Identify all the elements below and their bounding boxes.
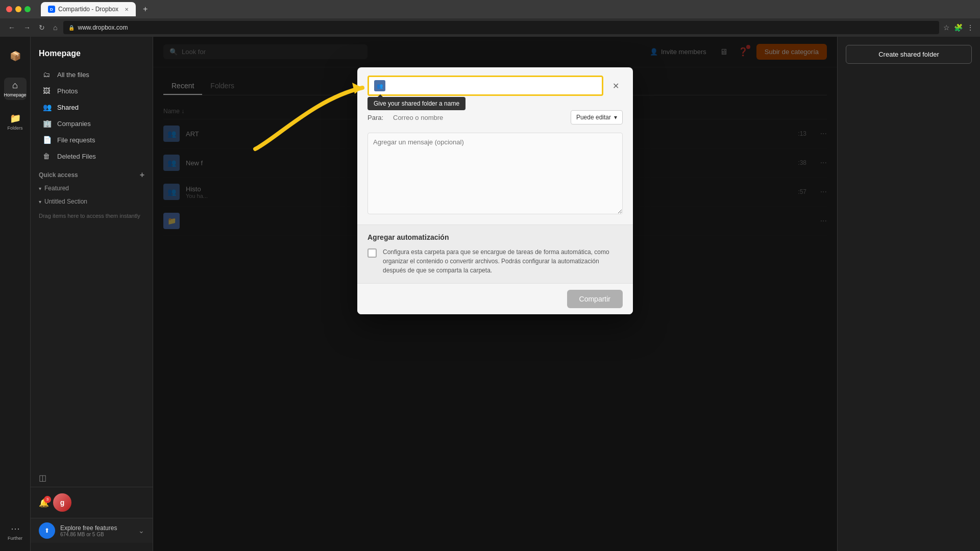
file-requests-icon: 📄 bbox=[43, 136, 52, 144]
explore-text-group: Explore free features 674.86 MB or 5 GB bbox=[60, 524, 117, 537]
bottom-sidebar: ◫ 🔔 3 g ⬆ Explore free features 674.86 M… bbox=[31, 469, 153, 543]
reload-button[interactable]: ↻ bbox=[37, 22, 47, 33]
browser-tab[interactable]: D Compartido - Dropbox ✕ bbox=[41, 2, 136, 16]
user-avatar[interactable]: g bbox=[53, 493, 71, 512]
create-shared-folder-button[interactable]: Create shared folder bbox=[846, 45, 972, 64]
untitled-section-label: Untitled Section bbox=[44, 198, 87, 205]
permissions-label: Puede editar bbox=[576, 114, 611, 121]
sidebar-further-icon[interactable]: ⋯ Further bbox=[4, 520, 27, 543]
browser-chrome: D Compartido - Dropbox ✕ + ← → ↻ ⌂ 🔒 www… bbox=[0, 0, 980, 37]
modal-overlay: 👥 ✕ Give your shared folder a name Para:… bbox=[153, 37, 837, 551]
sidebar-item-file-requests[interactable]: 📄 File requests bbox=[35, 132, 149, 148]
notifications-button[interactable]: 🔔 3 bbox=[39, 498, 49, 508]
sidebar-home-icon[interactable]: ⌂ Homepage bbox=[4, 78, 27, 100]
new-tab-button[interactable]: + bbox=[143, 5, 148, 14]
featured-label: Featured bbox=[44, 185, 69, 192]
companies-label: Companies bbox=[57, 120, 91, 128]
sidebar-item-photos[interactable]: 🖼 Photos bbox=[35, 83, 149, 99]
sidebar-icons: 📦 ⌂ Homepage 📁 Folders ⋯ Further bbox=[0, 37, 31, 551]
further-icon: ⋯ bbox=[11, 523, 20, 534]
folders-label: Folders bbox=[7, 126, 22, 131]
quick-access-add-button[interactable]: + bbox=[140, 170, 144, 180]
para-row: Para: Puede editar ▾ bbox=[368, 110, 623, 124]
para-input[interactable] bbox=[393, 114, 566, 121]
modal-automation: Agregar automatización Configura esta ca… bbox=[357, 224, 633, 283]
all-files-icon: 🗂 bbox=[43, 70, 52, 79]
tab-title: Compartido - Dropbox bbox=[58, 6, 118, 13]
message-textarea[interactable] bbox=[368, 133, 623, 214]
quick-access-header: Quick access + bbox=[31, 164, 153, 182]
modal-footer: Compartir bbox=[357, 283, 633, 314]
address-text: www.dropbox.com bbox=[78, 24, 128, 31]
menu-icon[interactable]: ⋮ bbox=[967, 23, 974, 32]
explore-sub: 674.86 MB or 5 GB bbox=[60, 532, 117, 537]
deleted-icon: 🗑 bbox=[43, 152, 52, 160]
featured-caret-icon: ▾ bbox=[39, 186, 41, 191]
folder-name-input-wrap[interactable]: 👥 bbox=[368, 76, 603, 96]
modal-close-button[interactable]: ✕ bbox=[608, 79, 623, 93]
untitled-section-item[interactable]: ▾ Untitled Section bbox=[31, 195, 153, 208]
dropbox-logo[interactable]: 📦 bbox=[4, 45, 27, 67]
automation-check-row: Configura esta carpeta para que se encar… bbox=[368, 247, 623, 275]
modal-body: Para: Puede editar ▾ bbox=[357, 100, 633, 224]
modal-header: 👥 ✕ Give your shared folder a name bbox=[357, 67, 633, 100]
browser-titlebar: D Compartido - Dropbox ✕ + bbox=[0, 0, 980, 18]
sidebar-header: Homepage bbox=[31, 45, 153, 66]
sidebar-item-deleted[interactable]: 🗑 Deleted Files bbox=[35, 148, 149, 164]
tab-favicon: D bbox=[48, 6, 55, 13]
shared-label: Shared bbox=[57, 104, 79, 111]
companies-icon: 🏢 bbox=[43, 119, 52, 128]
share-button[interactable]: Compartir bbox=[567, 290, 623, 308]
drag-placeholder: Drag items here to access them instantly bbox=[31, 208, 153, 224]
further-label: Further bbox=[8, 536, 22, 541]
explore-bar: ⬆ Explore free features 674.86 MB or 5 G… bbox=[31, 518, 153, 543]
explore-chevron-icon[interactable]: ⌄ bbox=[138, 527, 144, 535]
tab-close-button[interactable]: ✕ bbox=[125, 7, 129, 12]
untitled-caret-icon: ▾ bbox=[39, 199, 41, 205]
app-wrapper: 📦 ⌂ Homepage 📁 Folders ⋯ Further Homepag… bbox=[0, 37, 980, 551]
permissions-chevron-icon: ▾ bbox=[614, 114, 617, 121]
forward-button[interactable]: → bbox=[21, 22, 33, 33]
permissions-button[interactable]: Puede editar ▾ bbox=[571, 110, 623, 124]
explore-label: Explore free features bbox=[60, 524, 117, 532]
maximize-window-button[interactable] bbox=[24, 6, 31, 12]
minimize-window-button[interactable] bbox=[15, 6, 21, 12]
file-requests-label: File requests bbox=[57, 136, 95, 144]
traffic-lights bbox=[6, 6, 31, 12]
home-button[interactable]: ⌂ bbox=[51, 22, 59, 33]
back-button[interactable]: ← bbox=[6, 22, 17, 33]
explore-icon: ⬆ bbox=[39, 522, 55, 539]
sidebar-folders-icon[interactable]: 📁 Folders bbox=[4, 110, 27, 133]
folder-icon-small: 👥 bbox=[374, 80, 385, 91]
notification-badge: 3 bbox=[44, 496, 51, 503]
sidebar-item-all-files[interactable]: 🗂 All the files bbox=[35, 66, 149, 83]
shared-icon: 👥 bbox=[43, 103, 52, 111]
folder-name-input[interactable] bbox=[389, 82, 597, 90]
home-label: Homepage bbox=[4, 92, 26, 97]
toolbar-actions: ☆ 🧩 ⋮ bbox=[943, 23, 974, 32]
address-bar[interactable]: 🔒 www.dropbox.com bbox=[63, 21, 939, 34]
browser-toolbar: ← → ↻ ⌂ 🔒 www.dropbox.com ☆ 🧩 ⋮ bbox=[0, 18, 980, 37]
share-folder-modal: 👥 ✕ Give your shared folder a name Para:… bbox=[357, 67, 633, 314]
dropbox-icon: 📦 bbox=[10, 51, 21, 62]
security-icon: 🔒 bbox=[68, 25, 75, 31]
main-content: 🔍 Look for 👤 Invite members 🖥 ❓ Subir de… bbox=[153, 37, 837, 551]
photos-label: Photos bbox=[57, 87, 78, 95]
photos-icon: 🖼 bbox=[43, 87, 52, 95]
sidebar-item-companies[interactable]: 🏢 Companies bbox=[35, 115, 149, 132]
user-area: 🔔 3 g bbox=[31, 487, 153, 518]
deleted-label: Deleted Files bbox=[57, 153, 96, 160]
quick-access-label: Quick access bbox=[39, 171, 78, 179]
sidebar-item-shared[interactable]: 👥 Shared bbox=[35, 99, 149, 115]
panel-toggle-button[interactable]: ◫ bbox=[31, 469, 153, 487]
extensions-icon[interactable]: 🧩 bbox=[954, 23, 963, 32]
close-window-button[interactable] bbox=[6, 6, 12, 12]
right-panel: Create shared folder bbox=[837, 37, 980, 551]
para-label: Para: bbox=[368, 114, 388, 121]
folders-icon: 📁 bbox=[10, 113, 21, 124]
bookmark-icon[interactable]: ☆ bbox=[943, 23, 950, 32]
featured-item[interactable]: ▾ Featured bbox=[31, 182, 153, 195]
sidebar-nav: Homepage 🗂 All the files 🖼 Photos 👥 Shar… bbox=[31, 37, 153, 551]
automation-checkbox[interactable] bbox=[368, 248, 377, 258]
home-icon: ⌂ bbox=[12, 80, 18, 91]
